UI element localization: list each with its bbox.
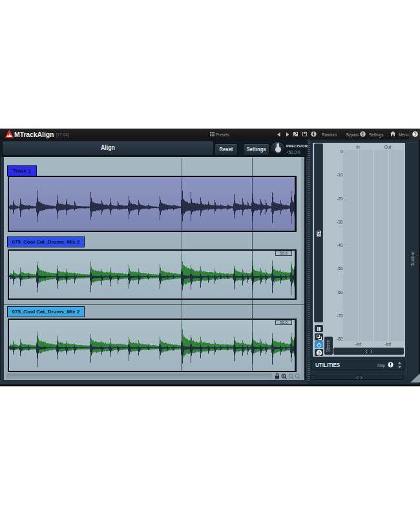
svg-text:?: ? — [414, 132, 416, 136]
svg-text:?: ? — [317, 351, 320, 355]
